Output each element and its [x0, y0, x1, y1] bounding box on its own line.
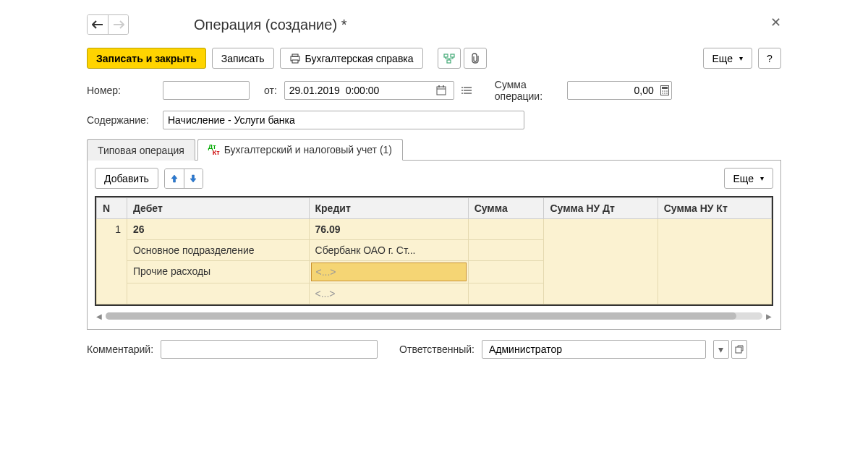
comment-label: Комментарий:: [87, 344, 153, 355]
svg-point-20: [666, 90, 668, 92]
svg-rect-24: [736, 347, 741, 353]
cell-debit-sub3[interactable]: [127, 283, 309, 304]
svg-point-18: [662, 90, 663, 92]
responsible-input[interactable]: [487, 344, 701, 355]
col-sum-nu-dt[interactable]: Сумма НУ Дт: [544, 198, 658, 219]
svg-rect-17: [662, 87, 668, 89]
svg-point-21: [662, 93, 663, 94]
close-button[interactable]: ✕: [770, 14, 781, 30]
number-input[interactable]: [163, 81, 250, 100]
cell-sum-nu-kt[interactable]: [658, 219, 771, 304]
calendar-icon[interactable]: [433, 85, 449, 95]
printer-icon: [289, 54, 301, 64]
svg-point-23: [666, 93, 668, 94]
page-title: Операция (создание) *: [194, 17, 346, 33]
responsible-label: Ответственный:: [399, 344, 475, 355]
tab-more-button[interactable]: Еще: [724, 168, 774, 189]
svg-point-15: [461, 93, 463, 94]
move-up-button[interactable]: [165, 169, 184, 188]
open-icon: [735, 345, 744, 354]
responsible-input-wrap[interactable]: [482, 340, 706, 359]
arrow-left-icon: [92, 20, 103, 29]
cell-credit-sub3[interactable]: <...>: [309, 283, 468, 304]
col-sum-nu-kt[interactable]: Сумма НУ Кт: [658, 198, 771, 219]
cell-sum-nu-dt[interactable]: [544, 219, 658, 304]
move-down-button[interactable]: [184, 169, 203, 188]
svg-point-13: [461, 87, 463, 88]
structure-button[interactable]: [438, 48, 461, 69]
cell-debit-sub2[interactable]: Прочие расходы: [127, 261, 309, 283]
more-button[interactable]: Еще: [703, 48, 753, 69]
date-input-wrap[interactable]: [284, 81, 454, 100]
help-button[interactable]: ?: [758, 48, 781, 69]
content-label: Содержание:: [87, 114, 156, 126]
add-button[interactable]: Добавить: [95, 168, 158, 189]
svg-rect-2: [292, 60, 298, 63]
svg-point-22: [664, 93, 665, 94]
nav-back-button[interactable]: [88, 15, 108, 34]
save-and-close-button[interactable]: Записать и закрыть: [87, 48, 206, 69]
date-input[interactable]: [289, 85, 433, 96]
svg-rect-1: [292, 54, 298, 56]
table-row[interactable]: 1 26 76.09: [97, 219, 772, 240]
arrow-up-icon: [170, 174, 179, 184]
from-label: от:: [264, 85, 277, 96]
cell-sum-sub3[interactable]: [468, 283, 544, 304]
col-sum[interactable]: Сумма: [468, 198, 544, 219]
sum-label: Сумма операции:: [495, 79, 560, 102]
cell-n[interactable]: 1: [97, 219, 127, 304]
debit-credit-icon: ДтКт: [208, 144, 220, 155]
scroll-left-icon[interactable]: ◀: [95, 312, 103, 320]
cell-debit-sub1[interactable]: Основное подразделение: [127, 240, 309, 261]
horizontal-scrollbar[interactable]: ◀ ▶: [95, 310, 773, 322]
structure-icon: [443, 54, 455, 64]
sum-input[interactable]: [567, 81, 672, 100]
cell-credit-sub1[interactable]: Сбербанк ОАО г. Ст...: [309, 240, 468, 261]
col-n[interactable]: N: [97, 198, 127, 219]
col-debit[interactable]: Дебет: [127, 198, 309, 219]
svg-rect-5: [447, 60, 451, 63]
nav-forward-button[interactable]: [108, 15, 128, 34]
svg-rect-4: [451, 54, 454, 57]
responsible-open-button[interactable]: [731, 340, 747, 359]
content-input[interactable]: [163, 111, 524, 129]
responsible-dropdown-button[interactable]: ▾: [713, 340, 729, 359]
cell-sum-sub1[interactable]: [468, 240, 544, 261]
scroll-right-icon[interactable]: ▶: [765, 312, 773, 320]
comment-input[interactable]: [161, 340, 378, 359]
tab-accounting[interactable]: ДтКт Бухгалтерский и налоговый учет (1): [197, 139, 403, 161]
save-button[interactable]: Записать: [212, 48, 274, 69]
arrow-right-icon: [113, 20, 124, 29]
cell-credit-account[interactable]: 76.09: [309, 219, 468, 240]
cell-debit-account[interactable]: 26: [127, 219, 309, 240]
svg-point-19: [664, 90, 665, 92]
calculator-icon[interactable]: [660, 85, 669, 95]
list-icon[interactable]: [461, 86, 473, 95]
print-reference-button[interactable]: Бухгалтерская справка: [280, 48, 423, 69]
paperclip-icon: [470, 53, 480, 64]
cell-sum[interactable]: [468, 219, 544, 240]
accounting-grid: N Дебет Кредит Сумма Сумма НУ Дт Сумма Н…: [95, 196, 773, 306]
arrow-down-icon: [189, 174, 197, 184]
col-credit[interactable]: Кредит: [309, 198, 468, 219]
cell-sum-sub2[interactable]: [468, 261, 544, 283]
number-label: Номер:: [87, 85, 156, 96]
svg-point-14: [461, 90, 463, 91]
svg-rect-6: [437, 87, 446, 95]
cell-credit-sub2[interactable]: <...>: [309, 261, 468, 283]
svg-rect-3: [444, 54, 448, 57]
attachment-button[interactable]: [464, 48, 487, 69]
tab-typical-operation[interactable]: Типовая операция: [87, 139, 195, 161]
